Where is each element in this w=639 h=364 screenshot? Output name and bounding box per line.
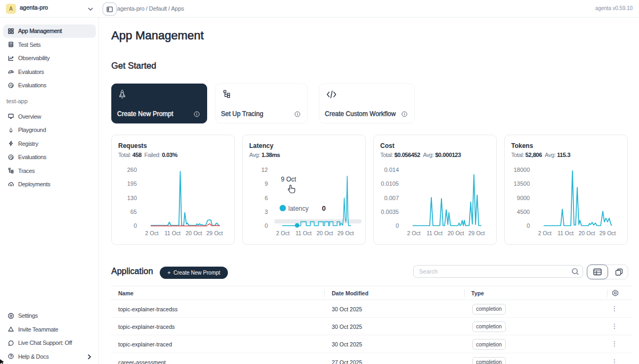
svg-text:12: 12 — [261, 167, 267, 173]
svg-text:29 Oct: 29 Oct — [468, 230, 485, 236]
svg-text:20 Oct: 20 Oct — [316, 230, 333, 236]
svg-text:29 Oct: 29 Oct — [206, 230, 223, 236]
svg-text:2 Oct: 2 Oct — [145, 230, 158, 236]
svg-text:130: 130 — [127, 195, 136, 201]
svg-text:6: 6 — [264, 195, 267, 201]
svg-text:260: 260 — [127, 167, 136, 173]
svg-text:0.014: 0.014 — [384, 167, 399, 173]
svg-text:29 Oct: 29 Oct — [599, 230, 616, 236]
svg-text:0: 0 — [133, 222, 136, 229]
svg-text:65: 65 — [130, 209, 136, 215]
svg-text:0.007: 0.007 — [384, 195, 399, 201]
svg-text:11 Oct: 11 Oct — [295, 230, 311, 236]
svg-text:29 Oct: 29 Oct — [337, 230, 354, 236]
svg-text:20 Oct: 20 Oct — [578, 230, 595, 236]
svg-text:4500: 4500 — [517, 209, 529, 215]
svg-text:20 Oct: 20 Oct — [185, 230, 202, 236]
svg-text:0.0035: 0.0035 — [381, 209, 399, 215]
svg-text:195: 195 — [127, 180, 136, 187]
svg-text:2 Oct: 2 Oct — [276, 230, 289, 236]
svg-text:9000: 9000 — [517, 195, 529, 201]
svg-text:2 Oct: 2 Oct — [407, 230, 420, 236]
svg-text:0: 0 — [395, 222, 398, 229]
svg-text:0: 0 — [264, 222, 267, 229]
svg-text:11 Oct: 11 Oct — [426, 230, 442, 236]
svg-text:9: 9 — [264, 180, 267, 187]
svg-text:18000: 18000 — [513, 167, 530, 173]
svg-text:11 Oct: 11 Oct — [557, 230, 573, 236]
svg-text:20 Oct: 20 Oct — [447, 230, 464, 236]
svg-text:11 Oct: 11 Oct — [164, 230, 180, 236]
svg-text:0.0105: 0.0105 — [381, 180, 399, 187]
svg-text:2 Oct: 2 Oct — [538, 230, 551, 236]
svg-text:0: 0 — [526, 222, 529, 229]
svg-text:3: 3 — [264, 209, 267, 215]
svg-text:13500: 13500 — [513, 180, 530, 187]
